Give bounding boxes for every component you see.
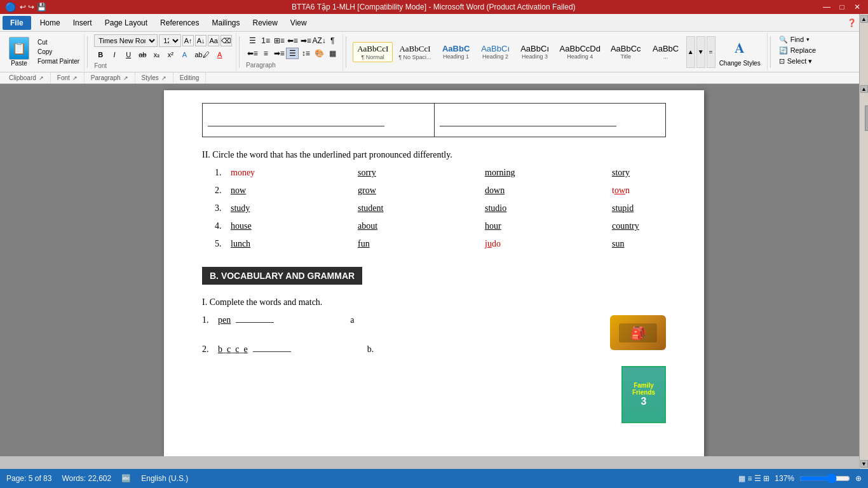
change-case-button[interactable]: Aa xyxy=(208,35,219,46)
vocab-item-1: 1. pen a xyxy=(202,315,666,325)
styles-label[interactable]: Styles ↗ xyxy=(135,72,173,83)
file-menu[interactable]: File xyxy=(3,16,31,30)
style-title[interactable]: AaBbCc Title xyxy=(606,42,646,62)
answer-cell-1 xyxy=(203,104,435,137)
home-menu[interactable]: Home xyxy=(34,16,67,30)
text-effects-button[interactable]: A xyxy=(178,48,191,61)
align-left-button[interactable]: ⬅≡ xyxy=(246,48,259,59)
line-spacing-button[interactable]: ↕≡ xyxy=(299,48,312,59)
bold-button[interactable]: B xyxy=(94,48,107,61)
exercise-item-2: 2. now grow down town xyxy=(215,186,666,196)
increase-indent-button[interactable]: ➡≡ xyxy=(299,35,312,46)
section-B-header: B. VOCABULARY AND GRAMMAR xyxy=(202,267,362,285)
highlight-button[interactable]: ab🖊 xyxy=(192,48,212,61)
font-color-button[interactable]: A xyxy=(214,48,226,61)
style-heading3[interactable]: AaBbCı Heading 3 xyxy=(516,42,554,62)
style-more[interactable]: AaBbC ... xyxy=(647,42,685,62)
grow-font-button[interactable]: A↑ xyxy=(182,35,194,46)
borders-button[interactable]: ▦ xyxy=(326,48,339,59)
words-status: Words: 22,602 xyxy=(62,474,111,483)
zoom-in-button[interactable]: ⊕ xyxy=(855,474,862,483)
close-button[interactable]: ✕ xyxy=(851,3,863,11)
exercise-list-II: 1. money sorry morning story 2. now grow… xyxy=(202,168,666,249)
replace-icon: 🔄 xyxy=(779,46,788,55)
section-I-vocab-instruction: I. Complete the words and match. xyxy=(202,297,666,308)
review-menu[interactable]: Review xyxy=(246,16,283,30)
view-menu[interactable]: View xyxy=(284,16,313,30)
paste-icon: 📋 xyxy=(9,37,29,60)
clipboard-sub: Cut Copy Format Painter xyxy=(33,38,81,65)
replace-button[interactable]: 🔄 Replace xyxy=(777,46,818,55)
subscript-button[interactable]: x₂ xyxy=(150,48,163,61)
decrease-indent-button[interactable]: ⬅≡ xyxy=(286,35,299,46)
styles-scroll-up[interactable]: ▲ xyxy=(686,36,695,68)
multilevel-button[interactable]: ⊞≡ xyxy=(273,35,285,46)
italic-button[interactable]: I xyxy=(108,48,121,61)
clear-format-button[interactable]: ⌫ xyxy=(220,35,232,46)
style-no-spacing[interactable]: AaBbCcI ¶ No Spaci... xyxy=(394,42,435,62)
format-painter-button[interactable]: Format Painter xyxy=(36,57,81,65)
window-title: BTTA6 Tập 1-MLH [Compatibility Mode] - M… xyxy=(46,3,821,11)
style-heading1[interactable]: AaBbC Heading 1 xyxy=(437,42,475,62)
exercise-item-3: 3. study student studio stupid xyxy=(215,203,666,214)
shading-button[interactable]: 🎨 xyxy=(313,48,325,59)
paste-button[interactable]: 📋 Paste xyxy=(5,36,33,68)
references-menu[interactable]: References xyxy=(154,16,205,30)
status-bar: Page: 5 of 83 Words: 22,602 🔤 English (U… xyxy=(0,469,868,488)
font-name-select[interactable]: Times New Rom xyxy=(94,34,158,47)
font-label[interactable]: Font ↗ xyxy=(51,72,85,83)
exercise-item-1: 1. money sorry morning story xyxy=(215,168,666,178)
justify-button[interactable]: ☰ xyxy=(286,48,299,59)
show-formatting-button[interactable]: ¶ xyxy=(326,35,339,46)
bullets-button[interactable]: ☰ xyxy=(246,35,259,46)
language-status[interactable]: English (U.S.) xyxy=(141,474,188,483)
find-button[interactable]: 🔍 Find ▾ xyxy=(777,35,818,44)
insert-menu[interactable]: Insert xyxy=(67,16,98,30)
zoom-slider[interactable] xyxy=(799,473,850,484)
help-icon[interactable]: ❓ xyxy=(847,18,857,27)
pencil-case-image: 🎒 xyxy=(610,315,666,350)
scroll-up-button[interactable]: ▲ xyxy=(860,85,868,93)
paragraph-label[interactable]: Paragraph ↗ xyxy=(85,72,135,83)
group-labels-row: Clipboard ↗ Font ↗ Paragraph ↗ Styles ↗ … xyxy=(0,72,868,84)
minimize-button[interactable]: — xyxy=(821,3,832,11)
answer-cell-2 xyxy=(434,104,666,137)
style-heading2[interactable]: AaBbCı Heading 2 xyxy=(477,42,515,62)
shrink-font-button[interactable]: A↓ xyxy=(195,35,207,46)
menu-bar: File Home Insert Page Layout References … xyxy=(0,14,868,32)
superscript-button[interactable]: x² xyxy=(164,48,177,61)
align-center-button[interactable]: ≡ xyxy=(259,48,272,59)
scroll-thumb[interactable] xyxy=(865,105,869,131)
page-layout-menu[interactable]: Page Layout xyxy=(98,16,154,30)
section-II-instruction: II. Circle the word that has the underli… xyxy=(202,150,666,160)
scroll-down-button[interactable]: ▼ xyxy=(860,460,868,468)
copy-button[interactable]: Copy xyxy=(36,48,81,56)
find-icon: 🔍 xyxy=(779,36,788,44)
change-styles-button[interactable]: 𝐀 Change Styles xyxy=(717,34,763,69)
select-icon: ⊡ xyxy=(779,57,785,65)
select-button[interactable]: ⊡ Select ▾ xyxy=(777,57,818,66)
cut-button[interactable]: Cut xyxy=(36,38,81,46)
scroll-up-arrow[interactable]: ▲ xyxy=(860,15,868,23)
separator-1 xyxy=(87,36,88,68)
styles-expand[interactable]: ≡ xyxy=(707,36,715,68)
style-normal[interactable]: AaBbCcI ¶ Normal xyxy=(353,42,393,62)
strikethrough-button[interactable]: ab xyxy=(136,48,149,61)
spell-check-icon[interactable]: 🔤 xyxy=(121,474,131,483)
paragraph-expand-icon: ↗ xyxy=(123,75,128,81)
book-image: FamilyFriends 3 xyxy=(621,366,666,423)
vocab-item-2: 2. b_c_c_e b. xyxy=(202,344,666,355)
vertical-scrollbar-top[interactable]: ▲ xyxy=(859,14,868,84)
vertical-scrollbar[interactable]: ▲ ▼ xyxy=(859,84,868,469)
clipboard-label[interactable]: Clipboard ↗ xyxy=(3,72,51,83)
styles-group: AaBbCcI ¶ Normal AaBbCcI ¶ No Spaci... A… xyxy=(349,33,768,71)
style-heading4[interactable]: AaBbCcDd Heading 4 xyxy=(555,42,605,62)
numbering-button[interactable]: 1≡ xyxy=(259,35,272,46)
underline-button[interactable]: U xyxy=(122,48,135,61)
maximize-button[interactable]: □ xyxy=(836,3,848,11)
font-size-select[interactable]: 12 xyxy=(159,34,181,47)
sort-button[interactable]: AZ↓ xyxy=(313,35,325,46)
mailings-menu[interactable]: Mailings xyxy=(205,16,246,30)
align-right-button[interactable]: ➡≡ xyxy=(273,48,285,59)
styles-scroll-down[interactable]: ▼ xyxy=(696,36,705,68)
